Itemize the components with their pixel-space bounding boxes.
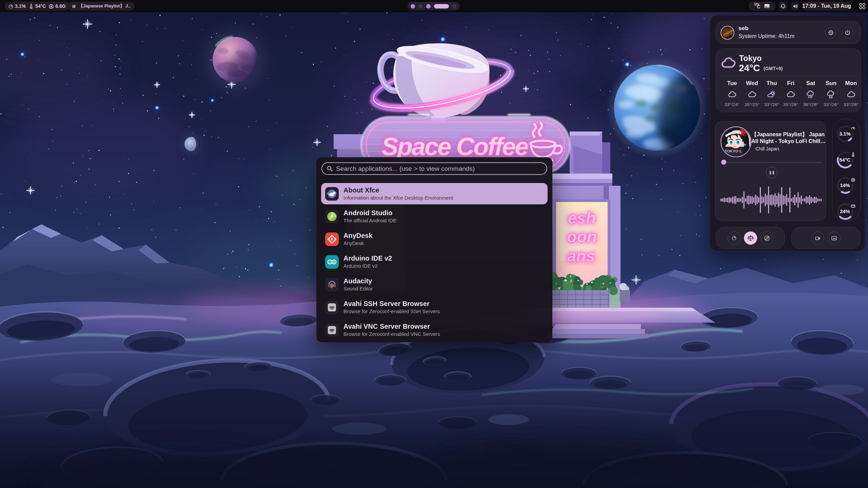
svg-text:ans: ans	[567, 247, 595, 265]
svg-text:24%: 24%	[840, 209, 850, 214]
svg-text:TOKYO L: TOKYO L	[725, 149, 742, 153]
svg-text:3.1%: 3.1%	[839, 131, 850, 137]
svg-text:esh: esh	[568, 209, 596, 227]
svg-text:oon: oon	[567, 228, 597, 246]
svg-text:14%: 14%	[840, 183, 850, 188]
svg-text:Space Coffee: Space Coffee	[381, 133, 528, 161]
svg-text:54°C: 54°C	[840, 157, 851, 163]
